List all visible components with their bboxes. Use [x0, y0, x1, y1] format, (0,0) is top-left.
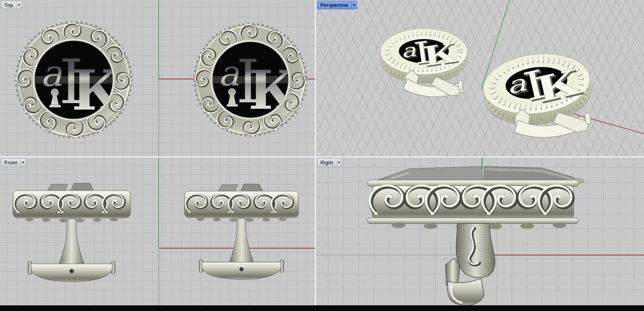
- bottom-bar: [0, 305, 644, 311]
- viewport-menu-arrow-icon[interactable]: ▾: [17, 3, 22, 7]
- cufflink-top-right: [194, 24, 306, 136]
- viewport-menu-arrow-icon[interactable]: ▾: [352, 3, 357, 7]
- viewport-grid: Top ▾ а I К: [0, 0, 644, 305]
- viewport-title-perspective[interactable]: Perspective ▾: [317, 1, 357, 9]
- viewport-title-text: Top: [4, 2, 16, 8]
- viewport-top-canvas[interactable]: [0, 0, 315, 156]
- viewport-right[interactable]: Right ▾: [316, 158, 644, 305]
- viewport-perspective[interactable]: а I К а I К: [316, 0, 644, 156]
- viewport-title-front[interactable]: Front ▾: [1, 158, 26, 167]
- cufflink-perspective-left: а I К а I К: [380, 29, 467, 97]
- monogram-3d-right: К: [421, 37, 459, 72]
- viewport-title-text: Front: [4, 160, 20, 166]
- cufflink-top-left: [16, 22, 131, 137]
- viewport-title-text: Right: [320, 160, 336, 166]
- viewport-menu-arrow-icon[interactable]: ▾: [336, 161, 342, 164]
- cufflink-front-right: [184, 184, 298, 280]
- viewport-title-right[interactable]: Right ▾: [317, 158, 342, 167]
- viewport-menu-arrow-icon[interactable]: ▾: [21, 161, 26, 164]
- viewport-perspective-canvas[interactable]: а I К а I К: [316, 0, 644, 156]
- viewport-top[interactable]: Top ▾: [0, 0, 315, 156]
- viewport-front-canvas[interactable]: [0, 158, 315, 305]
- viewport-title-top[interactable]: Top ▾: [1, 1, 22, 9]
- viewport-title-text: Perspective: [320, 2, 351, 8]
- cufflink-front-left: [13, 183, 130, 282]
- viewport-right-canvas[interactable]: [316, 158, 644, 305]
- cufflink-right-profile: [367, 166, 584, 305]
- viewport-front[interactable]: Front ▾: [0, 158, 315, 305]
- cufflink-perspective-right: а I К а I К: [480, 48, 596, 145]
